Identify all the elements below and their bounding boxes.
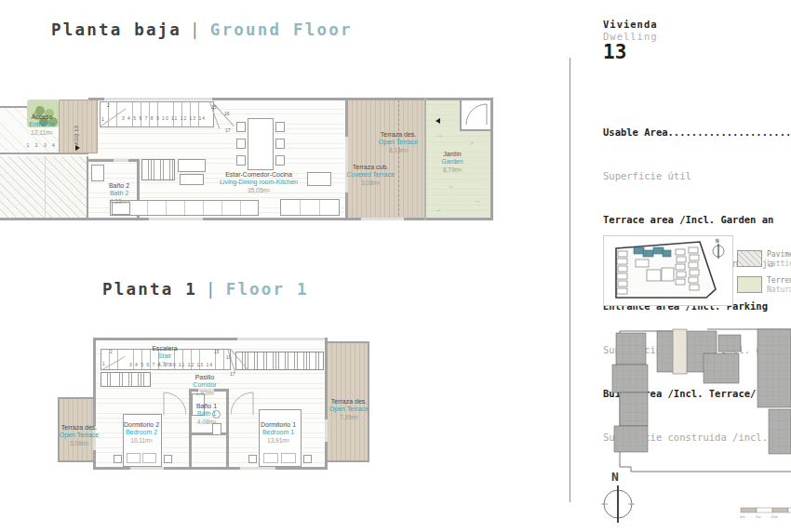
f1-stair-num-1: 1 bbox=[102, 361, 105, 366]
chair bbox=[275, 139, 285, 149]
nightstand bbox=[303, 455, 312, 463]
nightstand bbox=[164, 455, 172, 463]
scale-bar: 0m 5m 10m bbox=[739, 506, 791, 523]
parking-divider bbox=[45, 156, 46, 218]
area-line-usable-es: Superficie útil bbox=[603, 169, 791, 184]
svg-text:N: N bbox=[716, 237, 719, 244]
closet bbox=[101, 372, 151, 387]
area-line-terrace-en: Terrace area /Incl. Garden an bbox=[603, 213, 791, 228]
area-line-usable-en: Usable Area.............................… bbox=[603, 126, 791, 140]
gate-arrow-icon bbox=[436, 118, 440, 124]
f1-wall-bath-bottom bbox=[189, 432, 228, 435]
highlighted-unit bbox=[673, 329, 687, 374]
room-label-bath1: Baño 1 Bath 1 4,08m² bbox=[174, 403, 239, 425]
chair bbox=[275, 155, 285, 166]
wall-bottom bbox=[0, 218, 493, 220]
toilet bbox=[91, 165, 104, 181]
room-label-bedroom2: Dormitorio 2 Bedroom 2 10,11m² bbox=[104, 421, 179, 444]
entry-step-numbers: 1 2 3 4 bbox=[20, 142, 63, 148]
chair bbox=[236, 155, 246, 166]
floor1-title-en: Floor 1 bbox=[226, 280, 309, 299]
room-label-terrace-left: Terraza des. Open Terrace 3,08m² bbox=[47, 424, 112, 446]
f1-wall-bath-right bbox=[226, 389, 229, 467]
f1-window-bottom bbox=[240, 467, 275, 470]
vertical-divider bbox=[570, 58, 570, 502]
legend-lattice-line2: Lattic bbox=[767, 259, 791, 268]
garden-arrow-icon: → bbox=[436, 131, 443, 140]
f1-door-right-terrace bbox=[325, 419, 328, 442]
garden-arrow-icon: → bbox=[473, 196, 480, 205]
f1-window-bottom bbox=[130, 467, 164, 470]
site-plan bbox=[603, 320, 791, 489]
f1-stair-num-16: 16 bbox=[226, 354, 232, 360]
room-label-entrance: Acceso Entrance 12,11m² bbox=[2, 113, 82, 136]
f1-stair-num-15: 15 bbox=[214, 349, 220, 354]
nightstand bbox=[248, 455, 257, 463]
room-label-garden: Jardín Garden 8,79m² bbox=[415, 151, 489, 173]
stair-num-17: 17 bbox=[225, 127, 231, 133]
stair-num-1: 1 bbox=[101, 116, 104, 122]
room-label-corridor: Pasillo Corridor 1,92m² bbox=[172, 374, 237, 396]
floor1-title-es: Planta 1 bbox=[102, 280, 197, 299]
site-locator-map: N bbox=[603, 235, 733, 306]
gate-door-arc bbox=[464, 102, 489, 126]
svg-text:N: N bbox=[611, 470, 619, 484]
pillow bbox=[281, 453, 296, 463]
dwelling-number: 13 bbox=[603, 41, 626, 63]
f1-wall-bottom bbox=[93, 467, 328, 470]
stair-num-16: 16 bbox=[224, 111, 230, 116]
pillow bbox=[263, 453, 278, 463]
ground-title-separator: | bbox=[190, 20, 202, 39]
ground-floor-plan: ADQ 13 1 2 3 4 5 6 7 8 9 10 11 12 13 14 … bbox=[0, 98, 493, 220]
terrace-dashed-line bbox=[398, 100, 399, 220]
f1-window-top bbox=[237, 338, 326, 340]
room-label-living: Estar-Comedor-Cocina Living-Dining room-… bbox=[194, 171, 324, 193]
room-label-stair: Escalera Stair 4,7m² bbox=[137, 345, 193, 367]
entry-arrow-icon bbox=[75, 145, 80, 151]
dining-table bbox=[248, 118, 274, 170]
kitchen-counter bbox=[178, 159, 206, 172]
dwelling-label-es: Vivienda bbox=[603, 19, 658, 30]
ground-title-es: Planta baja bbox=[51, 20, 181, 39]
wardrobe bbox=[235, 352, 324, 370]
page: Planta baja|Ground Floor Planta 1|Floor … bbox=[0, 0, 791, 532]
bath2-door bbox=[114, 159, 128, 162]
window-top bbox=[104, 98, 212, 100]
pillow bbox=[127, 453, 141, 463]
svg-text:5m: 5m bbox=[756, 514, 761, 519]
stair-num-run: 3 4 5 6 7 8 9 10 11 12 13 14 bbox=[114, 115, 213, 121]
shower-unit bbox=[141, 159, 175, 180]
ground-title-en: Ground Floor bbox=[210, 20, 353, 39]
pillow bbox=[142, 453, 156, 463]
legend-swatch-lattice bbox=[737, 250, 762, 267]
legend-lattice-line1: Pavime bbox=[767, 250, 791, 259]
north-compass-icon: N bbox=[599, 465, 640, 530]
wall-right bbox=[490, 98, 493, 220]
nightstand bbox=[114, 455, 122, 463]
ground-floor-title: Planta baja|Ground Floor bbox=[51, 20, 353, 39]
svg-text:0m: 0m bbox=[740, 514, 745, 519]
legend-swatch-natural bbox=[737, 276, 762, 293]
terrace-area bbox=[348, 100, 425, 220]
room-label-terrace-right: Terraza des. Open Terrace 7,39m² bbox=[316, 398, 382, 420]
floor1-title-separator: | bbox=[206, 280, 218, 299]
chair bbox=[236, 139, 246, 149]
legend-natural-line2: Natura bbox=[767, 286, 791, 294]
room-label-covered-terrace: Terraza cub. Covered Terrace 3,08m² bbox=[333, 164, 408, 186]
svg-text:10m: 10m bbox=[771, 514, 778, 519]
legend-natural-line1: Terren bbox=[767, 276, 791, 285]
stair-num-2: 2 bbox=[107, 102, 110, 108]
window-bottom bbox=[149, 218, 203, 220]
sofa bbox=[280, 199, 340, 216]
chair bbox=[275, 122, 285, 132]
f1-stair-num-2: 2 bbox=[110, 349, 113, 354]
stair-num-15: 15 bbox=[211, 104, 217, 110]
garden-gate bbox=[460, 100, 490, 131]
room-label-bedroom1: Dormitorio 1 Bedroom 1 13,91m² bbox=[241, 421, 315, 444]
floor1-plan: 1 2 3 4 5 6 7 8 9 10 11 12 13 14 15 16 1… bbox=[58, 338, 370, 472]
window-bottom bbox=[361, 218, 404, 220]
chair bbox=[236, 122, 246, 132]
room-label-bath2: Baño 2 Bath 2 4,53m² bbox=[87, 182, 152, 205]
floor1-title: Planta 1|Floor 1 bbox=[102, 280, 309, 299]
